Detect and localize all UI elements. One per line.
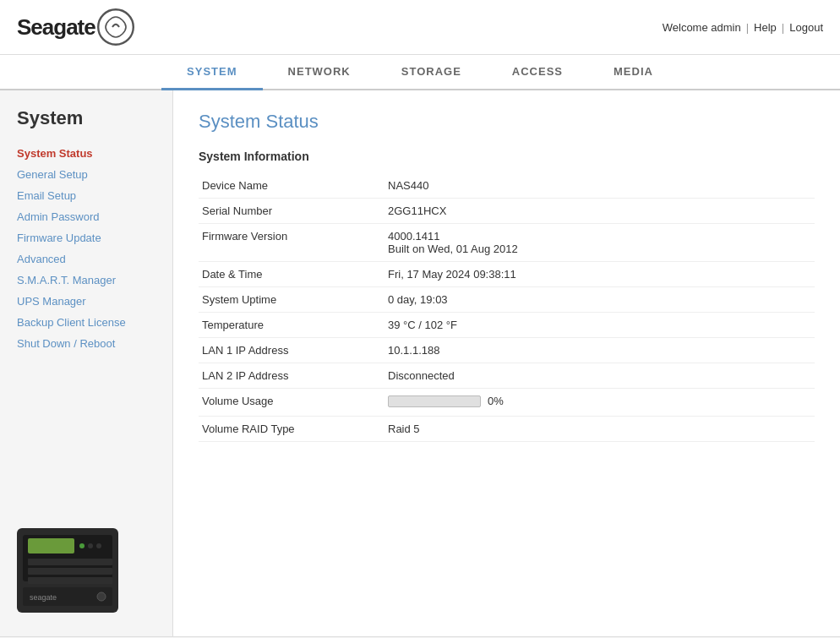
sidebar-item-system-status[interactable]: System Status (0, 143, 172, 164)
welcome-text: Welcome admin (663, 21, 741, 34)
progress-value: 0% (488, 395, 504, 407)
nav-media[interactable]: MEDIA (588, 55, 679, 90)
svg-text:seagate: seagate (30, 593, 57, 602)
table-row: System Uptime 0 day, 19:03 (199, 287, 815, 313)
table-row: Serial Number 2GG11HCX (199, 199, 815, 224)
value-device-name: NAS440 (385, 173, 815, 199)
value-volume-raid: Raid 5 (385, 416, 815, 441)
top-nav: SYSTEM NETWORK STORAGE ACCESS MEDIA (0, 55, 840, 90)
svg-rect-3 (28, 538, 74, 553)
logo-area: Seagate (17, 7, 136, 47)
table-row: LAN 2 IP Address Disconnected (199, 363, 815, 389)
sidebar-item-general-setup[interactable]: General Setup (0, 164, 172, 185)
table-row: Firmware Version 4000.1411 Built on Wed,… (199, 224, 815, 262)
sidebar-item-admin-password[interactable]: Admin Password (0, 206, 172, 227)
page-title: System Status (199, 111, 815, 133)
nav-access[interactable]: ACCESS (487, 55, 588, 90)
content: System Status System Information Device … (173, 90, 840, 636)
sidebar-title: System (0, 107, 172, 143)
svg-rect-9 (28, 577, 112, 584)
value-date-time: Fri, 17 May 2024 09:38:11 (385, 262, 815, 287)
svg-rect-7 (28, 559, 112, 565)
value-firmware-version: 4000.1411 Built on Wed, 01 Aug 2012 (385, 224, 815, 262)
value-system-uptime: 0 day, 19:03 (385, 287, 815, 313)
value-serial-number: 2GG11HCX (385, 199, 815, 224)
sidebar-item-ups-manager[interactable]: UPS Manager (0, 291, 172, 312)
sep2: | (782, 21, 784, 34)
sidebar-item-advanced[interactable]: Advanced (0, 248, 172, 270)
svg-point-6 (96, 543, 101, 548)
svg-point-12 (97, 592, 106, 601)
svg-rect-8 (28, 568, 112, 575)
svg-point-0 (98, 9, 134, 45)
label-volume-raid: Volume RAID Type (199, 416, 385, 441)
help-link[interactable]: Help (754, 21, 777, 34)
table-row: Temperature 39 °C / 102 °F (199, 313, 815, 338)
seagate-logo-icon (95, 7, 136, 47)
value-lan2: Disconnected (385, 363, 815, 389)
nav-system[interactable]: SYSTEM (161, 55, 262, 90)
logout-link[interactable]: Logout (789, 21, 823, 34)
info-table: Device Name NAS440 Serial Number 2GG11HC… (199, 173, 815, 442)
label-firmware-version: Firmware Version (199, 224, 385, 262)
value-temperature: 39 °C / 102 °F (385, 313, 815, 338)
label-volume-usage: Volume Usage (199, 389, 385, 417)
table-row: Volume Usage 0% (199, 389, 815, 417)
sidebar-item-firmware-update[interactable]: Firmware Update (0, 227, 172, 248)
progress-bar (388, 395, 481, 407)
label-lan2: LAN 2 IP Address (199, 363, 385, 389)
table-row: Volume RAID Type Raid 5 (199, 416, 815, 441)
header: Seagate Welcome admin | Help | Logout (0, 0, 840, 55)
main: System System Status General Setup Email… (0, 90, 840, 636)
label-system-uptime: System Uptime (199, 287, 385, 313)
firmware-version-date: Built on Wed, 01 Aug 2012 (388, 243, 518, 255)
table-row: Device Name NAS440 (199, 173, 815, 199)
sidebar-item-shutdown-reboot[interactable]: Shut Down / Reboot (0, 333, 172, 354)
label-date-time: Date & Time (199, 262, 385, 287)
sidebar-item-smart-manager[interactable]: S.M.A.R.T. Manager (0, 270, 172, 291)
nav-network[interactable]: NETWORK (263, 55, 376, 90)
user-nav: Welcome admin | Help | Logout (663, 21, 823, 34)
table-row: LAN 1 IP Address 10.1.1.188 (199, 338, 815, 363)
value-lan1: 10.1.1.188 (385, 338, 815, 363)
label-device-name: Device Name (199, 173, 385, 199)
nas-device-svg: seagate (13, 520, 123, 617)
table-row: Date & Time Fri, 17 May 2024 09:38:11 (199, 262, 815, 287)
sidebar-item-backup-client[interactable]: Backup Client License (0, 312, 172, 333)
svg-point-4 (79, 543, 85, 548)
progress-bar-container: 0% (388, 395, 504, 407)
value-volume-usage: 0% (385, 389, 815, 417)
nav-storage[interactable]: STORAGE (376, 55, 487, 90)
label-temperature: Temperature (199, 313, 385, 338)
label-serial-number: Serial Number (199, 199, 385, 224)
firmware-version-main: 4000.1411 (388, 230, 439, 243)
sep1: | (746, 21, 749, 34)
section-title: System Information (199, 150, 815, 163)
sidebar: System System Status General Setup Email… (0, 90, 173, 636)
logo-text: Seagate (17, 14, 95, 41)
sidebar-item-email-setup[interactable]: Email Setup (0, 185, 172, 206)
label-lan1: LAN 1 IP Address (199, 338, 385, 363)
svg-point-5 (88, 543, 93, 548)
device-image: seagate (13, 520, 123, 619)
